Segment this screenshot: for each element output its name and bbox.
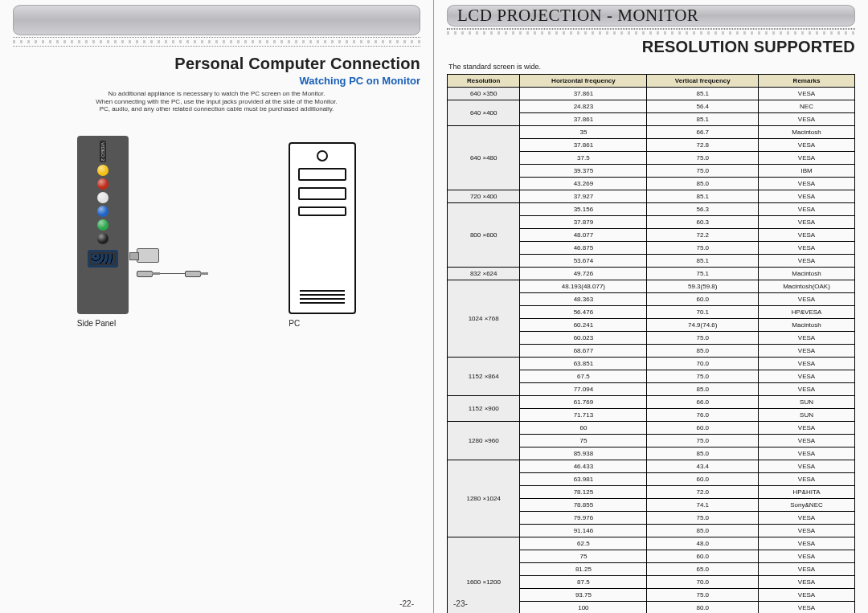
power-button-icon	[317, 150, 328, 161]
cell-vfreq: 74.9(74.6)	[647, 319, 759, 332]
cell-remarks: VESA	[759, 229, 855, 242]
table-row: 640 ×35037.86185.1VESA	[448, 88, 855, 100]
table-row: 1600 ×120062.548.0VESA	[448, 537, 855, 550]
cell-vfreq: 70.0	[647, 358, 759, 370]
cell-hfreq: 78.125	[520, 486, 647, 499]
cell-remarks: VESA	[759, 293, 855, 306]
col-hfreq: Horizontal frequency	[520, 75, 647, 88]
cell-remarks: VESA	[759, 139, 855, 152]
cell-remarks: VESA	[759, 332, 855, 345]
cell-vfreq: 60.0	[647, 293, 759, 306]
cell-remarks: VESA	[759, 255, 855, 268]
table-row: 1152 ×90061.76966.0SUN	[448, 396, 855, 409]
side-panel-block: VIDEO 2	[77, 136, 201, 328]
cell-vfreq: 48.0	[647, 537, 759, 550]
cell-remarks: VESA	[759, 203, 855, 216]
cell-vfreq: 66.0	[647, 396, 759, 409]
cell-remarks: VESA	[759, 576, 855, 589]
cell-resolution: 1280 ×1024	[448, 460, 520, 537]
cell-vfreq: 75.0	[647, 435, 759, 447]
cell-hfreq: 35.156	[520, 203, 647, 216]
cell-vfreq: 60.0	[647, 473, 759, 486]
cell-remarks: VESA	[759, 435, 855, 447]
pc-label: PC	[289, 319, 356, 328]
header-title-right: LCD PROJECTION - MONITOR	[457, 6, 698, 26]
cell-hfreq: 53.674	[520, 255, 647, 268]
cell-hfreq: 77.094	[520, 383, 647, 396]
cell-vfreq: 85.1	[647, 255, 759, 268]
side-panel-label: Side Panel	[77, 319, 201, 328]
table-caption: The standard screen is wide.	[448, 63, 855, 71]
side-panel-illustration: VIDEO 2	[77, 136, 129, 314]
cell-remarks: VESA	[759, 550, 855, 563]
table-head: Resolution Horizontal frequency Vertical…	[448, 75, 855, 88]
cell-vfreq: 56.3	[647, 203, 759, 216]
cell-vfreq: 76.0	[647, 409, 759, 422]
manual-spread: Personal Computer Connection Watching PC…	[0, 0, 868, 613]
cell-remarks: VESA	[759, 563, 855, 576]
cell-remarks: VESA	[759, 460, 855, 473]
cell-hfreq: 48.363	[520, 293, 647, 306]
audio-plug-right	[185, 271, 201, 277]
cell-remarks: VESA	[759, 537, 855, 550]
cell-vfreq: 60.0	[647, 422, 759, 435]
cell-remarks: VESA	[759, 88, 855, 100]
cell-remarks: VESA	[759, 525, 855, 537]
audio-plug-left	[137, 271, 153, 277]
cell-remarks: VESA	[759, 473, 855, 486]
intro-line-3: PC, audio, and any other related connect…	[100, 105, 334, 112]
table-row: 832 ×62449.72675.1Macintosh	[448, 268, 855, 280]
cell-vfreq: 74.1	[647, 499, 759, 512]
cell-vfreq: 75.0	[647, 152, 759, 165]
cell-remarks: Macintosh	[759, 319, 855, 332]
cell-hfreq: 71.713	[520, 409, 647, 422]
page-23: LCD PROJECTION - MONITOR RESOLUTION SUPP…	[434, 0, 868, 613]
cell-hfreq: 67.5	[520, 370, 647, 383]
cell-hfreq: 85.938	[520, 447, 647, 460]
cell-vfreq: 85.0	[647, 345, 759, 358]
table-row: 1152 ×86463.85170.0VESA	[448, 358, 855, 370]
cell-hfreq: 63.851	[520, 358, 647, 370]
cell-vfreq: 75.0	[647, 165, 759, 178]
cell-remarks: VESA	[759, 216, 855, 229]
cell-hfreq: 91.146	[520, 525, 647, 537]
cell-hfreq: 49.726	[520, 268, 647, 280]
cell-remarks: NEC	[759, 100, 855, 113]
cell-vfreq: 75.0	[647, 370, 759, 383]
cell-remarks: SUN	[759, 396, 855, 409]
cell-hfreq: 60.023	[520, 332, 647, 345]
cell-vfreq: 75.0	[647, 332, 759, 345]
cell-resolution: 1152 ×864	[448, 358, 520, 396]
table-row: 1280 ×102446.43343.4VESA	[448, 460, 855, 473]
cell-vfreq: 65.0	[647, 563, 759, 576]
cell-vfreq: 59.3(59.8)	[647, 280, 759, 293]
table-row: 640 ×40024.82356.4NEC	[448, 100, 855, 113]
cell-vfreq: 85.1	[647, 190, 759, 203]
jack-pc-audio	[97, 219, 108, 231]
cell-hfreq: 60	[520, 422, 647, 435]
cell-vfreq: 85.0	[647, 525, 759, 537]
cell-vfreq: 75.0	[647, 512, 759, 525]
connection-diagram: VIDEO 2	[13, 136, 420, 328]
cables	[137, 248, 201, 277]
vga-port	[88, 250, 118, 268]
cell-remarks: VESA	[759, 152, 855, 165]
cell-resolution: 640 ×480	[448, 126, 520, 190]
cell-vfreq: 72.8	[647, 139, 759, 152]
page-title-right: RESOLUTION SUPPORTED	[642, 38, 855, 56]
cell-hfreq: 75	[520, 435, 647, 447]
cell-remarks: VESA	[759, 113, 855, 126]
cell-hfreq: 100	[520, 602, 647, 614]
cell-remarks: Macintosh	[759, 126, 855, 139]
cell-vfreq: 75.0	[647, 589, 759, 602]
cell-remarks: VESA	[759, 589, 855, 602]
cell-vfreq: 60.3	[647, 216, 759, 229]
cell-vfreq: 70.0	[647, 576, 759, 589]
cell-remarks: IBM	[759, 165, 855, 178]
cell-remarks: SUN	[759, 409, 855, 422]
header-bar-left	[13, 5, 420, 35]
cell-hfreq: 61.769	[520, 396, 647, 409]
cell-vfreq: 85.1	[647, 88, 759, 100]
cell-hfreq: 62.5	[520, 537, 647, 550]
header-bar-right: LCD PROJECTION - MONITOR	[447, 5, 855, 27]
